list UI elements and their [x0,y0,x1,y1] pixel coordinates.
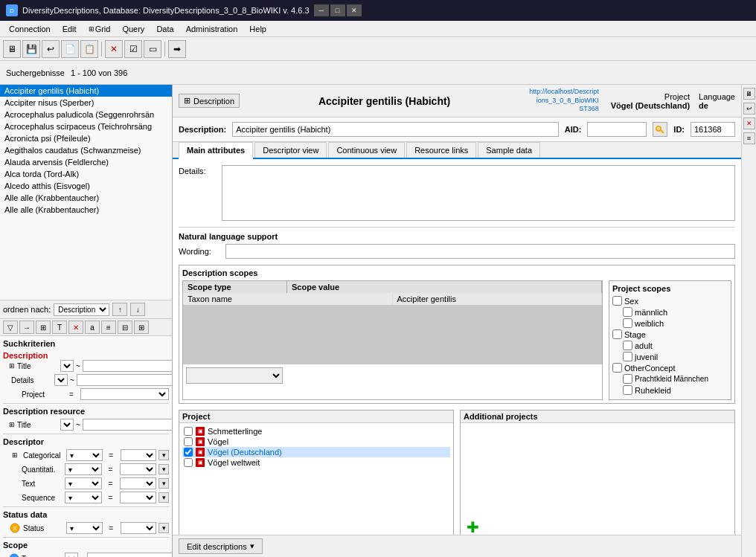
aid-input[interactable] [587,122,647,137]
menu-edit[interactable]: Edit [57,21,83,36]
scope-data-row[interactable]: Taxon name Accipiter gentilis [183,293,602,305]
list-item[interactable]: Accipiter nisus (Sperber) [0,97,172,109]
ruhekleid-checkbox[interactable] [623,385,632,395]
criteria-select-cat[interactable] [121,449,157,461]
id-input[interactable] [691,122,735,137]
criteria-op-text[interactable]: ▾ [65,477,102,489]
toolbar-new[interactable]: 📄 [61,40,79,58]
list-item[interactable]: Acrocephalus scirpaceus (Teichrohrsäng [0,120,172,132]
proj-schmetterlinge[interactable]: ▣ Schmetterlinge [182,426,450,437]
proj-voegel-de[interactable]: ▣ Vögel (Deutschland) [182,447,450,457]
criteria-op-status[interactable]: ▾ [66,522,103,534]
proj-voegel-ww[interactable]: ▣ Vögel weltweit [182,457,450,468]
criteria-op-details[interactable]: ▾ [54,374,68,386]
tab-continuous-view[interactable]: Continuous view [328,142,405,158]
tab-sample-data[interactable]: Sample data [478,142,540,158]
toolbar-delete[interactable]: ✕ [105,40,123,58]
tab-main-attributes[interactable]: Main attributes [179,142,253,159]
list-item[interactable]: Aegithalos caudatus (Schwanzmeise) [0,144,172,156]
filter-btn-list2[interactable]: ⊟ [118,321,132,334]
wording-input[interactable] [225,244,735,259]
add-project-btn[interactable]: ✚ [464,515,482,535]
close-button[interactable]: ✕ [347,4,362,16]
voegel-de-checkbox[interactable] [184,448,193,457]
list-item[interactable]: Alcedo atthis (Eisvogel) [0,180,172,192]
sort-asc-btn[interactable]: ↑ [112,303,127,316]
criteria-op-title[interactable]: ▾ [60,360,74,372]
filter-btn-right[interactable]: → [19,321,34,334]
details-textarea[interactable] [222,165,735,221]
list-item[interactable]: Accipiter gentilis (Habicht) [0,85,172,97]
prachtkleid-checkbox[interactable] [623,374,632,384]
criteria-select-status[interactable] [121,522,157,534]
criteria-op-taxon[interactable]: ▾ [65,553,78,557]
criteria-select-seq[interactable] [120,492,157,503]
list-item[interactable]: Alle alle (Krabbentaucher) [0,204,172,216]
weiblich-checkbox[interactable] [623,318,632,328]
filter-btn-t[interactable]: T [52,321,67,334]
tab-descriptor-view[interactable]: Descriptor view [254,142,327,158]
aid-key-btn[interactable] [653,122,667,137]
rt-btn-screen[interactable]: 🖥 [743,88,755,100]
scope-type-select[interactable] [186,367,283,384]
tab-resource-links[interactable]: Resource links [406,142,476,158]
edit-descriptions-btn[interactable]: Edit descriptions ▾ [179,538,263,554]
criteria-input-title[interactable] [83,360,172,372]
criteria-input-dres[interactable] [83,419,172,431]
menu-connection[interactable]: Connection [3,21,57,36]
menu-query[interactable]: Query [116,21,150,36]
criteria-select-text[interactable] [120,477,157,489]
filter-btn-list1[interactable]: ≡ [101,321,116,334]
species-list[interactable]: Accipiter gentilis (Habicht) Accipiter n… [0,85,172,300]
rt-btn-list[interactable]: ≡ [743,132,755,144]
menu-administration[interactable]: Administration [180,21,244,36]
rt-btn-x[interactable]: ✕ [743,117,755,129]
toolbar-forward[interactable]: ➡ [168,40,186,58]
criteria-btn-cat[interactable]: ▾ [158,450,169,460]
sex-checkbox[interactable] [612,296,622,306]
männlich-checkbox[interactable] [623,307,632,317]
menu-help[interactable]: Help [243,21,272,36]
schmetterlinge-checkbox[interactable] [184,427,193,436]
criteria-btn-seq[interactable]: ▾ [158,492,169,503]
criteria-op-cat[interactable]: ▾ [66,449,103,461]
list-item[interactable]: Acronicta psi (Pfeileule) [0,132,172,144]
toolbar-save[interactable]: 💾 [22,40,40,58]
description-name-input[interactable] [232,122,559,137]
criteria-select-quant[interactable] [120,463,157,475]
list-item[interactable]: Alle alle (Krabbentaucher) [0,192,172,204]
description-link[interactable]: http://localhost/Descript ions_3_0_8_Bio… [529,88,599,114]
menu-data[interactable]: Data [150,21,179,36]
menu-grid[interactable]: ⊞Grid [83,21,117,36]
criteria-input-taxon[interactable] [87,553,172,557]
filter-btn-x[interactable]: ✕ [68,321,83,334]
filter-btn-options[interactable]: ⊞ [36,321,51,334]
criteria-op-dres[interactable]: ▾ [60,419,74,431]
stage-checkbox[interactable] [612,329,622,339]
description-toolbar-btn[interactable]: ⊞ Description [179,94,240,108]
criteria-btn-status[interactable]: ▾ [158,523,169,533]
toolbar-copy[interactable]: 📋 [80,40,98,58]
voegel-checkbox[interactable] [184,437,193,446]
criteria-op-seq[interactable]: ▾ [65,492,102,503]
maximize-button[interactable]: □ [330,4,345,16]
toolbar-rect[interactable]: ▭ [144,40,161,58]
filter-btn-grid[interactable]: ⊞ [134,321,149,334]
toolbar-undo[interactable]: ↩ [42,40,60,58]
sort-select[interactable]: Description Title ID [54,303,109,316]
criteria-btn-quant[interactable]: ▾ [158,464,169,474]
toolbar-check[interactable]: ☑ [124,40,142,58]
list-item[interactable]: Alauda arvensis (Feldlerche) [0,156,172,168]
filter-btn-funnel[interactable]: ▽ [3,321,18,334]
proj-voegel[interactable]: ▣ Vögel [182,437,450,447]
minimize-button[interactable]: ─ [314,4,329,16]
juvenil-checkbox[interactable] [623,352,632,361]
voegel-ww-checkbox[interactable] [184,458,193,467]
list-item[interactable]: Alca torda (Tord-Alk) [0,168,172,180]
criteria-input-details[interactable] [77,374,172,386]
filter-btn-abc[interactable]: a [85,321,100,334]
criteria-op-quant[interactable]: ▾ [65,463,102,475]
criteria-btn-text[interactable]: ▾ [158,478,169,489]
otherconcept-checkbox[interactable] [612,363,622,373]
criteria-select-project[interactable] [80,388,169,400]
